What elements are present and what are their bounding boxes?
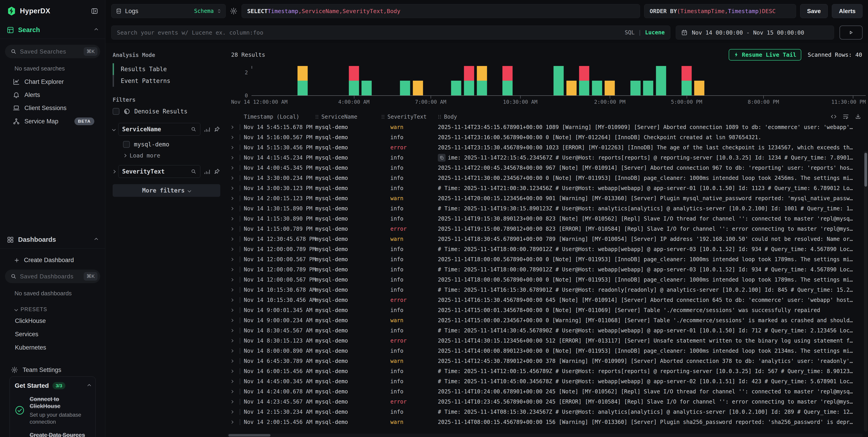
collapse-sidebar-icon[interactable] <box>91 7 98 15</box>
mode-results-table[interactable]: Results Table <box>113 63 220 75</box>
table-row[interactable]: Nov 14 2:00:15.456 AMmysql-demowarn2025-… <box>231 417 868 427</box>
column-grip-icon[interactable] <box>381 114 385 119</box>
run-query-button[interactable] <box>839 26 863 39</box>
table-row[interactable]: Nov 14 8:00:00.890 AMmysql-demoinfo2025-… <box>231 346 868 356</box>
column-grip-icon[interactable] <box>438 114 441 119</box>
column-header-body[interactable]: Body <box>438 114 868 120</box>
table-row[interactable]: Nov 14 2:00:15.123 PMmysql-demowarn2025-… <box>231 193 868 203</box>
row-expander-icon[interactable] <box>231 330 240 332</box>
save-button[interactable]: Save <box>800 4 828 18</box>
row-expander-icon[interactable] <box>231 350 240 352</box>
presets-toggle[interactable]: PRESETS <box>5 300 100 314</box>
row-expander-icon[interactable] <box>231 197 240 200</box>
table-row[interactable]: Nov 14 5:45:15.678 PMmysql-demowarn2025-… <box>231 122 868 132</box>
table-row[interactable]: Nov 14 9:00:00.234 AMmysql-demowarn2025-… <box>231 315 868 325</box>
table-row[interactable]: Nov 14 6:45:30.789 AMmysql-demowarn2025-… <box>231 356 868 366</box>
row-expander-icon[interactable] <box>231 370 240 372</box>
row-expander-icon[interactable] <box>231 217 240 220</box>
row-expander-icon[interactable] <box>231 289 240 291</box>
row-expander-icon[interactable] <box>231 187 240 189</box>
row-expander-icon[interactable] <box>231 248 240 250</box>
search-icon[interactable] <box>191 126 196 132</box>
table-row[interactable]: Nov 14 4:23:45.567 AMmysql-demoerror2025… <box>231 397 868 407</box>
order-by-input[interactable]: ORDER BY (TimestampTime, Timestamp) DESC <box>644 4 796 18</box>
table-row[interactable]: Nov 14 1:30:15.890 PMmysql-demoinfo# Tim… <box>231 203 868 213</box>
table-row[interactable]: Nov 14 4:45:00.345 AMmysql-demoinfo# Tim… <box>231 376 868 386</box>
table-row[interactable]: Nov 14 8:30:45.567 AMmysql-demoinfo# Tim… <box>231 325 868 336</box>
preset-services[interactable]: Services <box>5 328 100 341</box>
brand[interactable]: HyperDX <box>7 6 50 16</box>
chevron-down-icon[interactable] <box>112 128 116 131</box>
select-query-input[interactable]: SELECT Timestamp,ServiceName,SeverityTex… <box>242 4 640 18</box>
column-grip-icon[interactable] <box>315 114 319 119</box>
table-row[interactable]: Nov 14 12:00:00.789 PMmysql-demoinfo# Ti… <box>231 264 868 274</box>
column-header-severitytext[interactable]: SeverityText <box>381 114 438 120</box>
horizontal-scrollbar[interactable] <box>227 434 863 437</box>
get-started-step[interactable]: Create Data Sources Configure where your… <box>15 432 90 437</box>
row-expander-icon[interactable] <box>231 309 240 311</box>
event-search-input[interactable]: SQL | Lucene <box>111 26 670 39</box>
lucene-toggle[interactable]: Lucene <box>645 29 665 36</box>
preset-clickhouse[interactable]: ClickHouse <box>5 314 100 328</box>
sidebar-item-team-settings[interactable]: Team Settings <box>5 363 100 376</box>
severitytext-filter-box[interactable]: SeverityText <box>118 165 200 178</box>
column-header-timestamp[interactable]: Timestamp (Local) <box>244 114 315 120</box>
more-filters-button[interactable]: More filters <box>113 184 220 197</box>
chevron-right-icon[interactable] <box>112 170 116 173</box>
wrap-text-icon[interactable] <box>843 113 849 120</box>
load-more-button[interactable]: Load more <box>113 149 220 165</box>
mysql-demo-checkbox[interactable] <box>123 141 130 148</box>
sidebar-section-search[interactable]: Search <box>0 22 105 39</box>
table-row[interactable]: Nov 14 9:00:01.345 AMmysql-demoinfo2025-… <box>231 305 868 315</box>
create-dashboard-button[interactable]: Create Dashboard <box>5 250 100 270</box>
row-expander-icon[interactable] <box>231 167 240 169</box>
row-expander-icon[interactable] <box>231 207 240 210</box>
table-row[interactable]: Nov 14 10:15:30.678 AMmysql-demoinfo# Ti… <box>231 285 868 295</box>
saved-searches-field[interactable] <box>20 48 81 55</box>
row-expander-icon[interactable] <box>231 126 240 128</box>
table-row[interactable]: Nov 14 12:00:00.567 PMmysql-demoinfo2025… <box>231 274 868 285</box>
vertical-scrollbar[interactable] <box>864 151 868 432</box>
table-row[interactable]: Nov 14 6:00:15.456 AMmysql-demoinfo# Tim… <box>231 366 868 376</box>
filter-value-mysql-demo[interactable]: mysql-demo <box>113 139 220 149</box>
sidebar-item-alerts[interactable]: Alerts <box>5 88 100 101</box>
table-row[interactable]: Nov 14 10:15:30.456 AMmysql-demoerror202… <box>231 295 868 305</box>
table-row[interactable]: Nov 14 5:15:30.456 PMmysql-demoerror2025… <box>231 142 868 153</box>
denoise-checkbox[interactable] <box>113 108 119 115</box>
table-row[interactable]: Nov 14 1:15:30.890 PMmysql-demoinfo2025-… <box>231 213 868 224</box>
table-row[interactable]: Nov 14 8:30:15.123 AMmysql-demoerror2025… <box>231 336 868 346</box>
histogram-plot[interactable] <box>251 66 866 96</box>
row-expander-icon[interactable] <box>231 340 240 342</box>
source-settings-gear-icon[interactable] <box>230 7 238 15</box>
sidebar-item-service-map[interactable]: Service Map BETA <box>5 114 100 128</box>
code-view-icon[interactable] <box>831 113 837 120</box>
row-expander-icon[interactable] <box>231 391 240 393</box>
mode-event-patterns[interactable]: Event Patterns <box>113 75 220 87</box>
row-expander-icon[interactable] <box>231 299 240 301</box>
row-expander-icon[interactable] <box>231 258 240 261</box>
row-expander-icon[interactable] <box>231 319 240 322</box>
copy-icon[interactable] <box>438 154 445 162</box>
sidebar-item-client-sessions[interactable]: Client Sessions <box>5 101 100 114</box>
table-row[interactable]: Nov 14 4:00:45.345 PMmysql-demoinfo2025-… <box>231 163 868 173</box>
row-expander-icon[interactable] <box>231 268 240 271</box>
horizontal-scrollbar-thumb[interactable] <box>228 434 271 437</box>
row-expander-icon[interactable] <box>231 136 240 138</box>
preset-kubernetes[interactable]: Kubernetes <box>5 341 100 354</box>
source-select[interactable]: Logs Schema <box>111 4 226 18</box>
saved-dashboards-field[interactable] <box>20 273 81 280</box>
get-started-header[interactable]: Get Started 3/3 <box>15 382 90 389</box>
download-icon[interactable] <box>855 113 861 120</box>
query-language-toggle[interactable]: SQL | Lucene <box>625 29 665 36</box>
bar-chart-icon[interactable] <box>204 126 210 133</box>
table-row[interactable]: Nov 14 12:00:00.789 PMmysql-demoinfo# Ti… <box>231 244 868 254</box>
row-expander-icon[interactable] <box>231 177 240 179</box>
table-row[interactable]: Nov 14 12:30:45.678 PMmysql-demowarn2025… <box>231 234 868 244</box>
sidebar-section-dashboards[interactable]: Dashboards <box>0 232 105 248</box>
column-header-servicename[interactable]: ServiceName <box>315 114 381 120</box>
table-row[interactable]: Nov 14 3:30:00.234 PMmysql-demoinfo2025-… <box>231 173 868 183</box>
row-expander-icon[interactable] <box>231 411 240 413</box>
search-icon[interactable] <box>191 169 196 174</box>
table-row[interactable]: Nov 14 12:00:00.567 PMmysql-demoinfo2025… <box>231 254 868 264</box>
saved-searches-input[interactable]: ⌘K <box>5 45 100 58</box>
